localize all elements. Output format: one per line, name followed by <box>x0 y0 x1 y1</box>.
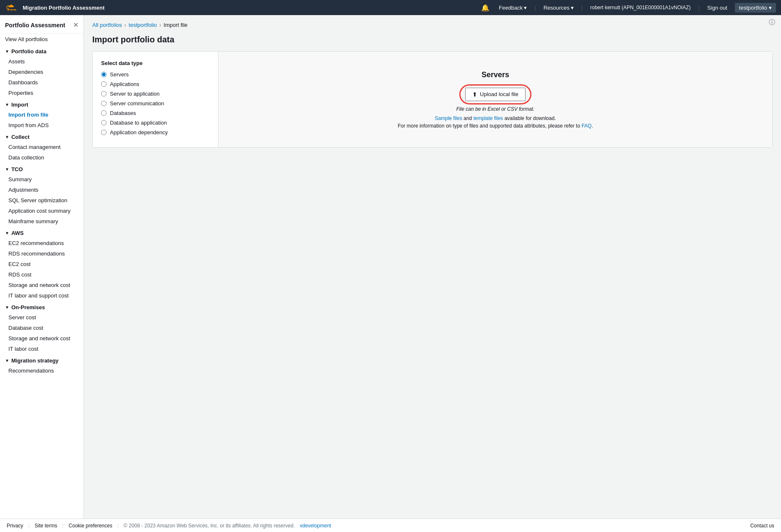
upload-faq: For more information on type of files an… <box>398 123 593 129</box>
sidebar-section-header-aws[interactable]: ▼ AWS <box>0 227 83 238</box>
sidebar-view-all-portfolios[interactable]: View All portfolios <box>0 34 83 45</box>
import-right-panel: Servers ⬆ Upload local file File can be … <box>219 52 772 147</box>
upload-local-file-button[interactable]: ⬆ Upload local file <box>465 88 526 101</box>
sidebar-item-adjustments[interactable]: Adjustments <box>0 185 83 195</box>
sidebar-item-assets[interactable]: Assets <box>0 56 83 67</box>
sidebar-aws-items: EC2 recommendations RDS recommendations … <box>0 238 83 301</box>
radio-servers[interactable]: Servers <box>101 71 210 78</box>
radio-input-application-dependency[interactable] <box>101 130 107 135</box>
breadcrumb-all-portfolios[interactable]: All portfolios <box>92 22 122 28</box>
radio-database-to-application[interactable]: Database to application <box>101 120 210 126</box>
sidebar-item-import-from-file[interactable]: Import from file <box>0 110 83 120</box>
sidebar-item-it-labor-cost[interactable]: IT labor cost <box>0 344 83 354</box>
sidebar-item-import-from-ads[interactable]: Import from ADS <box>0 120 83 130</box>
sidebar-close-button[interactable]: ✕ <box>73 21 78 29</box>
chevron-down-icon: ▼ <box>5 358 9 363</box>
sidebar-migration-strategy-items: Recommendations <box>0 365 83 376</box>
sidebar-item-onprem-storage-network-cost[interactable]: Storage and network cost <box>0 333 83 344</box>
sidebar-item-mainframe-summary[interactable]: Mainframe summary <box>0 216 83 227</box>
sidebar-item-server-cost[interactable]: Server cost <box>0 312 83 323</box>
chevron-down-icon: ▼ <box>5 102 9 107</box>
chevron-down-icon: ▼ <box>5 167 9 172</box>
radio-input-applications[interactable] <box>101 81 107 87</box>
sidebar-tco-items: Summary Adjustments SQL Server optimizat… <box>0 174 83 227</box>
chevron-down-icon: ▼ <box>5 305 9 310</box>
breadcrumb-portfolio[interactable]: testportfolio <box>129 22 157 28</box>
app-name: Migration Portfolio Assessment <box>23 5 104 11</box>
sidebar-item-ec2-cost[interactable]: EC2 cost <box>0 259 83 269</box>
sidebar-item-application-cost-summary[interactable]: Application cost summary <box>0 206 83 216</box>
radio-input-server-communication[interactable] <box>101 101 107 106</box>
breadcrumb-sep-1: › <box>125 22 126 28</box>
breadcrumb-current: Import file <box>164 22 187 28</box>
sidebar-item-recommendations[interactable]: Recommendations <box>0 365 83 376</box>
main-content: ⓘ All portfolios › testportfolio › Impor… <box>84 15 781 519</box>
radio-applications[interactable]: Applications <box>101 81 210 87</box>
info-icon[interactable]: ⓘ <box>769 18 775 26</box>
sidebar-item-rds-cost[interactable]: RDS cost <box>0 269 83 280</box>
page-title: Import portfolio data <box>92 35 773 44</box>
sidebar-item-dashboards[interactable]: Dashboards <box>0 77 83 88</box>
sidebar-section-migration-strategy: ▼ Migration strategy Recommendations <box>0 355 83 376</box>
sidebar-header: Portfolio Assessment ✕ <box>0 15 83 34</box>
radio-server-communication[interactable]: Server communication <box>101 100 210 107</box>
sidebar-section-aws: ▼ AWS EC2 recommendations RDS recommenda… <box>0 227 83 301</box>
sidebar-section-portfolio-data: ▼ Portfolio data Assets Dependencies Das… <box>0 46 83 98</box>
chevron-down-icon: ▼ <box>5 49 9 54</box>
radio-input-servers[interactable] <box>101 72 107 77</box>
sample-files-link[interactable]: Sample files <box>435 115 462 121</box>
resources-button[interactable]: Resources ▾ <box>540 5 577 11</box>
sidebar-section-header-portfolio-data[interactable]: ▼ Portfolio data <box>0 46 83 56</box>
sidebar-item-sql-server-optimization[interactable]: SQL Server optimization <box>0 195 83 206</box>
sidebar-section-header-collect[interactable]: ▼ Collect <box>0 131 83 142</box>
sidebar-section-collect: ▼ Collect Contact management Data collec… <box>0 131 83 163</box>
template-files-link[interactable]: template files <box>474 115 503 121</box>
notification-bell[interactable]: 🔔 <box>481 4 489 12</box>
radio-server-to-application[interactable]: Server to application <box>101 91 210 97</box>
upload-icon: ⬆ <box>472 91 477 98</box>
sidebar-item-summary[interactable]: Summary <box>0 174 83 185</box>
upload-links: Sample files and template files availabl… <box>435 115 556 121</box>
sidebar-section-header-migration-strategy[interactable]: ▼ Migration strategy <box>0 355 83 365</box>
breadcrumb-sep-2: › <box>159 22 161 28</box>
sidebar-item-it-labor-support-cost[interactable]: IT labor and support cost <box>0 290 83 301</box>
chevron-down-icon: ▼ <box>5 135 9 139</box>
sidebar-item-aws-storage-network-cost[interactable]: Storage and network cost <box>0 280 83 290</box>
breadcrumb: All portfolios › testportfolio › Import … <box>92 22 773 28</box>
radio-input-databases[interactable] <box>101 110 107 116</box>
faq-link[interactable]: FAQ <box>581 123 591 129</box>
sidebar-item-data-collection[interactable]: Data collection <box>0 152 83 163</box>
sidebar: Portfolio Assessment ✕ View All portfoli… <box>0 15 84 519</box>
radio-databases[interactable]: Databases <box>101 110 210 116</box>
sidebar-item-ec2-recommendations[interactable]: EC2 recommendations <box>0 238 83 248</box>
sign-out-button[interactable]: Sign out <box>704 5 731 11</box>
feedback-button[interactable]: Feedback ▾ <box>495 5 530 11</box>
chevron-down-icon: ▼ <box>5 231 9 235</box>
import-right-title: Servers <box>482 70 509 79</box>
radio-input-database-to-application[interactable] <box>101 120 107 125</box>
sidebar-item-dependencies[interactable]: Dependencies <box>0 67 83 77</box>
upload-btn-wrapper: ⬆ Upload local file <box>465 88 526 101</box>
select-data-type-label: Select data type <box>101 60 210 66</box>
sidebar-portfolio-data-items: Assets Dependencies Dashboards Propertie… <box>0 56 83 98</box>
sidebar-item-rds-recommendations[interactable]: RDS recommendations <box>0 248 83 259</box>
sidebar-item-database-cost[interactable]: Database cost <box>0 323 83 333</box>
import-left-panel: Select data type Servers Applications Se… <box>93 52 219 147</box>
sidebar-collect-items: Contact management Data collection <box>0 142 83 163</box>
radio-application-dependency[interactable]: Application dependency <box>101 129 210 136</box>
sidebar-section-header-tco[interactable]: ▼ TCO <box>0 164 83 174</box>
sidebar-section-header-import[interactable]: ▼ Import <box>0 99 83 110</box>
sidebar-title: Portfolio Assessment <box>5 22 65 29</box>
sidebar-section-on-premises: ▼ On-Premises Server cost Database cost … <box>0 302 83 354</box>
sidebar-item-properties[interactable]: Properties <box>0 88 83 98</box>
portfolio-selector[interactable]: testportfolio ▾ <box>735 3 776 13</box>
sidebar-item-contact-management[interactable]: Contact management <box>0 142 83 152</box>
sidebar-section-tco: ▼ TCO Summary Adjustments SQL Server opt… <box>0 164 83 227</box>
sidebar-section-header-on-premises[interactable]: ▼ On-Premises <box>0 302 83 312</box>
top-nav: Migration Portfolio Assessment 🔔 Feedbac… <box>0 0 781 15</box>
upload-note: File can be in Excel or CSV format. <box>456 106 535 112</box>
radio-input-server-to-application[interactable] <box>101 91 107 96</box>
sidebar-section-import: ▼ Import Import from file Import from AD… <box>0 99 83 130</box>
sidebar-import-items: Import from file Import from ADS <box>0 110 83 130</box>
sidebar-on-premises-items: Server cost Database cost Storage and ne… <box>0 312 83 354</box>
